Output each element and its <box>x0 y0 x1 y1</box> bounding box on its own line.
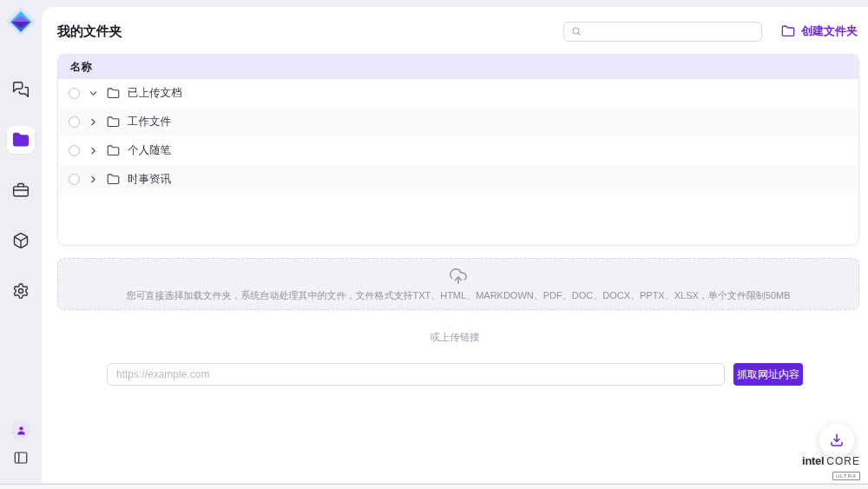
create-folder-button[interactable]: 创建文件夹 <box>781 23 858 39</box>
folders-table: 名称 已上传文档 工作文件 个人随笔 <box>57 54 859 246</box>
folder-icon <box>107 173 120 186</box>
folder-name: 工作文件 <box>128 115 171 129</box>
sidebar <box>0 0 42 483</box>
row-checkbox[interactable] <box>69 145 80 156</box>
table-row[interactable]: 时事资讯 <box>58 165 858 194</box>
sidebar-item-chat[interactable] <box>7 76 35 103</box>
app-logo-icon[interactable] <box>5 6 36 37</box>
window-bottom-edge <box>0 484 868 489</box>
core-brand-text: core <box>826 456 860 466</box>
folder-icon <box>12 131 30 149</box>
folder-name: 个人随笔 <box>128 143 171 158</box>
briefcase-icon <box>12 182 30 199</box>
sidebar-bottom <box>11 420 30 469</box>
main-header: 我的文件夹 创建文件夹 <box>57 16 858 47</box>
fetch-url-button[interactable]: 抓取网址内容 <box>733 363 803 386</box>
panel-toggle-button[interactable] <box>13 450 29 469</box>
folder-icon <box>107 116 120 129</box>
layout-panel-icon <box>13 450 29 466</box>
url-input[interactable] <box>107 363 725 386</box>
upload-dropzone[interactable]: 您可直接选择加载文件夹，系统自动处理其中的文件，文件格式支持TXT、HTML、M… <box>57 258 859 310</box>
upload-hint: 您可直接选择加载文件夹，系统自动处理其中的文件，文件格式支持TXT、HTML、M… <box>126 289 790 302</box>
chevron-down-icon[interactable] <box>88 88 99 99</box>
page-title: 我的文件夹 <box>57 23 122 40</box>
search-box <box>563 22 762 42</box>
chevron-right-icon[interactable] <box>88 145 99 156</box>
download-icon <box>829 433 845 448</box>
folder-icon <box>107 144 120 157</box>
person-icon <box>16 425 27 436</box>
ultra-badge: ultra <box>832 472 860 480</box>
chat-icon <box>12 81 30 98</box>
cube-icon <box>12 232 30 249</box>
chevron-right-icon[interactable] <box>88 174 99 185</box>
row-checkbox[interactable] <box>69 116 80 128</box>
sidebar-item-folders[interactable] <box>7 126 35 154</box>
table-row[interactable]: 工作文件 <box>58 108 858 136</box>
table-row[interactable]: 已上传文档 <box>58 79 858 108</box>
folder-icon <box>781 24 795 38</box>
sidebar-item-workspace[interactable] <box>7 176 35 204</box>
cloud-upload-icon <box>449 267 468 286</box>
intel-core-logo: intel core ultra <box>802 455 860 480</box>
folder-name: 时事资讯 <box>128 172 171 187</box>
sidebar-nav <box>7 76 35 305</box>
search-icon <box>571 26 582 36</box>
user-avatar[interactable] <box>11 420 30 439</box>
search-input[interactable] <box>587 25 754 37</box>
table-row[interactable]: 个人随笔 <box>58 136 858 165</box>
url-upload-row: 抓取网址内容 <box>42 363 868 386</box>
folder-icon <box>107 87 120 100</box>
chevron-right-icon[interactable] <box>88 116 99 128</box>
download-fab-button[interactable] <box>819 423 854 458</box>
row-checkbox[interactable] <box>69 88 80 99</box>
sidebar-item-settings[interactable] <box>7 277 35 305</box>
create-folder-label: 创建文件夹 <box>801 23 858 39</box>
row-checkbox[interactable] <box>69 174 80 185</box>
intel-brand-text: intel <box>802 455 824 466</box>
main-panel: 我的文件夹 创建文件夹 名称 已上传文档 <box>42 7 868 483</box>
or-upload-link-label: 或上传链接 <box>42 331 868 344</box>
gear-icon <box>12 282 30 300</box>
table-header-name: 名称 <box>58 55 858 79</box>
folder-name: 已上传文档 <box>128 86 182 101</box>
sidebar-item-models[interactable] <box>7 227 35 254</box>
